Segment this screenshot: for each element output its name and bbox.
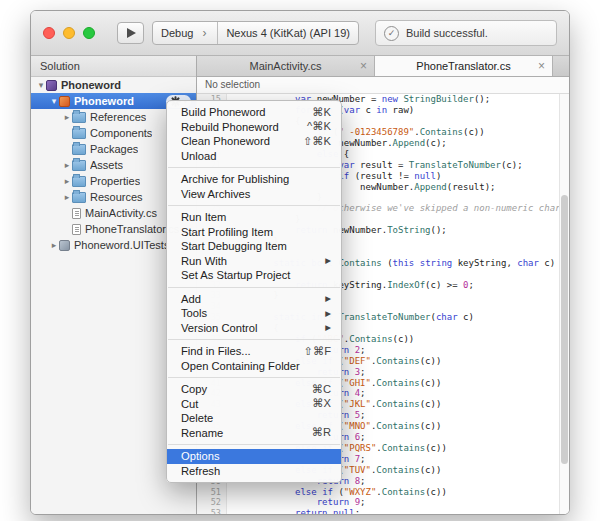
- menu-item-label: Rename: [181, 427, 302, 439]
- menu-item-run-item[interactable]: Run Item: [167, 210, 341, 225]
- menu-item-label: Clean Phoneword: [181, 135, 293, 147]
- line-number: 53: [197, 508, 226, 514]
- item-label: Phoneword: [74, 95, 134, 107]
- code-text: else if ("WXYZ".Contains(c)): [230, 487, 447, 497]
- chevron-right-icon: ›: [199, 28, 209, 38]
- sidebar-item-phoneword[interactable]: ▾Phoneword: [31, 77, 196, 93]
- play-icon: [127, 28, 136, 38]
- solution-pad-header: Solution: [31, 56, 196, 77]
- tab-label: PhoneTranslator.cs: [416, 60, 510, 72]
- folder-icon: [72, 176, 86, 187]
- menu-item-options[interactable]: Options: [167, 449, 341, 464]
- menu-item-shortcut: ⇧⌘F: [304, 345, 331, 358]
- solution-icon: [46, 80, 57, 91]
- traffic-lights: [43, 27, 95, 39]
- menu-item-archive-for-publishing[interactable]: Archive for Publishing: [167, 172, 341, 187]
- menu-item-shortcut: ⌘K: [312, 106, 331, 119]
- code-line: 53 return null;: [197, 508, 569, 514]
- menu-item-label: Cut: [181, 398, 302, 410]
- item-label: MainActivity.cs: [85, 207, 157, 219]
- screen: Debug › Nexus 4 (KitKat) (API 19) ✓ Buil…: [0, 0, 600, 521]
- menu-item-rebuild-phoneword[interactable]: Rebuild Phoneword^⌘K: [167, 120, 341, 135]
- configuration-selector[interactable]: Debug ›: [153, 22, 217, 44]
- menu-item-shortcut: ⌘C: [312, 383, 331, 396]
- menu-item-label: Rebuild Phoneword: [181, 121, 297, 133]
- menu-item-set-as-startup-project[interactable]: Set As Startup Project: [167, 268, 341, 283]
- checkmark-icon: ✓: [384, 26, 399, 41]
- menu-item-open-containing-folder[interactable]: Open Containing Folder: [167, 359, 341, 374]
- menu-item-label: Options: [181, 450, 331, 462]
- menu-item-run-with[interactable]: Run With▶: [167, 254, 341, 269]
- close-window-button[interactable]: [43, 27, 55, 39]
- disclosure-collapsed-icon[interactable]: ▸: [62, 112, 72, 122]
- disclosure-collapsed-icon[interactable]: ▸: [49, 240, 59, 250]
- menu-item-delete[interactable]: Delete: [167, 411, 341, 426]
- menu-item-tools[interactable]: Tools▶: [167, 306, 341, 321]
- menu-item-label: Find in Files...: [181, 345, 294, 357]
- disclosure-expanded-icon[interactable]: ▾: [36, 80, 46, 90]
- submenu-arrow-icon: ▶: [325, 294, 331, 303]
- menu-item-label: Run Item: [181, 211, 331, 223]
- disclosure-collapsed-icon[interactable]: ▸: [62, 192, 72, 202]
- menu-item-view-archives[interactable]: View Archives: [167, 187, 341, 202]
- close-tab-icon[interactable]: ×: [360, 61, 367, 71]
- tab-phonetranslator-cs[interactable]: PhoneTranslator.cs×: [375, 56, 553, 76]
- menu-item-label: Open Containing Folder: [181, 360, 331, 372]
- uitests-project-icon: [59, 240, 70, 251]
- code-text: return null;: [230, 508, 360, 514]
- code-text: return 9;: [230, 497, 365, 507]
- close-tab-icon[interactable]: ×: [538, 61, 545, 71]
- folder-icon: [72, 160, 86, 171]
- item-label: Assets: [90, 159, 123, 171]
- menu-item-build-phoneword[interactable]: Build Phoneword⌘K: [167, 105, 341, 120]
- menu-item-label: Unload: [181, 150, 331, 162]
- minimize-window-button[interactable]: [63, 27, 75, 39]
- menu-item-add[interactable]: Add▶: [167, 292, 341, 307]
- menu-item-label: Copy: [181, 383, 302, 395]
- menu-item-shortcut: ⌘X: [312, 397, 331, 410]
- menu-separator: [168, 444, 340, 445]
- code-line: 52 return 9;: [197, 497, 569, 508]
- folder-icon: [72, 128, 86, 139]
- csharp-file-icon: [72, 224, 81, 235]
- menu-item-find-in-files[interactable]: Find in Files...⇧⌘F: [167, 344, 341, 359]
- item-label: Components: [90, 127, 152, 139]
- code-line: 51 else if ("WXYZ".Contains(c)): [197, 486, 569, 497]
- run-button[interactable]: [117, 22, 144, 44]
- disclosure-collapsed-icon[interactable]: ▸: [62, 160, 72, 170]
- menu-item-label: Start Profiling Item: [181, 226, 331, 238]
- breadcrumb-text: No selection: [205, 79, 260, 90]
- editor-scrollbar[interactable]: [559, 94, 569, 514]
- menu-item-copy[interactable]: Copy⌘C: [167, 382, 341, 397]
- menu-item-cut[interactable]: Cut⌘X: [167, 397, 341, 412]
- menu-item-label: Version Control: [181, 322, 315, 334]
- menu-item-rename[interactable]: Rename⌘R: [167, 426, 341, 441]
- line-number: 52: [197, 497, 226, 507]
- disclosure-collapsed-icon[interactable]: ▸: [62, 176, 72, 186]
- device-selector[interactable]: Nexus 4 (KitKat) (API 19): [218, 22, 358, 44]
- item-label: Packages: [90, 143, 138, 155]
- menu-item-label: Add: [181, 293, 315, 305]
- menu-item-unload[interactable]: Unload: [167, 149, 341, 164]
- project-context-menu: Build Phoneword⌘KRebuild Phoneword^⌘KCle…: [166, 100, 342, 483]
- item-label: Properties: [90, 175, 140, 187]
- item-label: Resources: [90, 191, 143, 203]
- tab-mainactivity-cs[interactable]: MainActivity.cs×: [197, 56, 375, 76]
- menu-item-label: View Archives: [181, 188, 331, 200]
- item-label: Phoneword: [61, 79, 121, 91]
- menu-item-version-control[interactable]: Version Control▶: [167, 321, 341, 336]
- menu-item-label: Run With: [181, 255, 315, 267]
- menu-item-shortcut: ⇧⌘K: [303, 135, 331, 148]
- menu-separator: [168, 339, 340, 340]
- zoom-window-button[interactable]: [83, 27, 95, 39]
- breadcrumb[interactable]: No selection: [197, 77, 569, 94]
- disclosure-expanded-icon[interactable]: ▾: [49, 96, 59, 106]
- device-label: Nexus 4 (KitKat) (API 19): [226, 27, 350, 39]
- menu-item-refresh[interactable]: Refresh: [167, 464, 341, 479]
- menu-separator: [168, 377, 340, 378]
- scrollbar-thumb[interactable]: [561, 195, 568, 464]
- menu-item-start-profiling-item[interactable]: Start Profiling Item: [167, 225, 341, 240]
- menu-item-start-debugging-item[interactable]: Start Debugging Item: [167, 239, 341, 254]
- menu-item-clean-phoneword[interactable]: Clean Phoneword⇧⌘K: [167, 134, 341, 149]
- csharp-file-icon: [72, 208, 81, 219]
